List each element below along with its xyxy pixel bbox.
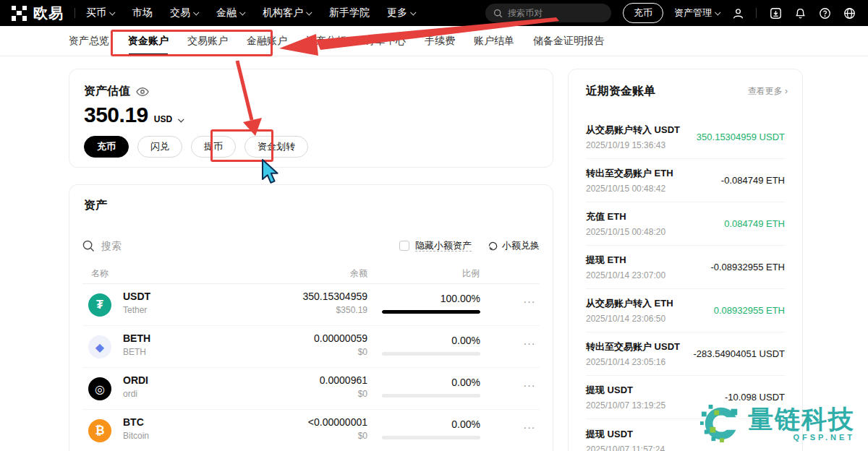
valuation-currency: USD xyxy=(154,114,172,124)
main-menu: 买币 市场 交易 金融 机构客户 新手学院 更多 xyxy=(86,7,416,20)
bill-item: 转出至交易账户 USDT2025/10/14 23:05:16 -283.549… xyxy=(586,332,785,376)
view-more-link[interactable]: 查看更多 › xyxy=(748,85,788,98)
valuation-title: 资产估值 xyxy=(84,84,130,99)
pair-search-input[interactable] xyxy=(485,4,611,22)
download-app-icon[interactable] xyxy=(769,7,783,20)
hide-small-assets-label[interactable]: 隐藏小额资产 xyxy=(415,239,472,252)
tab-fees[interactable]: 手续费 xyxy=(425,26,455,56)
ratio-bar xyxy=(382,394,480,398)
help-icon[interactable] xyxy=(818,7,832,20)
asset-search-field[interactable] xyxy=(101,240,231,252)
tab-funding-account[interactable]: 资金账户 xyxy=(128,26,169,56)
small-assets-convert-button[interactable]: 小额兑换 xyxy=(488,239,540,252)
language-globe-icon[interactable] xyxy=(843,7,856,20)
assets-title: 资产 xyxy=(84,198,107,213)
menu-academy[interactable]: 新手学院 xyxy=(329,7,370,20)
menu-markets[interactable]: 市场 xyxy=(132,7,153,20)
recent-bills-card: 近期资金账单 查看更多 › 从交易账户转入 USDT2025/10/19 15:… xyxy=(568,69,803,451)
menu-buy-crypto[interactable]: 买币 xyxy=(86,7,115,20)
tab-asset-analysis[interactable]: 资产分析 xyxy=(306,26,346,56)
total-valuation: 350.19 xyxy=(84,103,148,127)
bill-item: 提现 USDT2025/10/07 11:57:24 xyxy=(586,419,785,451)
bill-item: 提现 USDT2025/10/07 13:19:25 -10.098 USDT xyxy=(586,376,785,419)
tab-order-center[interactable]: 订单中心 xyxy=(365,26,406,56)
menu-trade[interactable]: 交易 xyxy=(170,7,199,20)
tab-account-statement[interactable]: 账户结单 xyxy=(474,26,514,56)
bill-item: 转出至交易账户 ETH2025/10/15 00:48:42 -0.084749… xyxy=(586,159,785,202)
row-more-menu[interactable]: ··· xyxy=(516,379,542,391)
assets-card: 资产 隐藏小额资产 小额兑换 名称 余额 比例 ₮ USDTTe xyxy=(69,184,553,451)
chevron-down-icon xyxy=(239,9,245,15)
tab-proof-of-reserves[interactable]: 储备金证明报告 xyxy=(533,26,604,56)
notifications-bell-icon[interactable] xyxy=(793,7,807,20)
chevron-down-icon xyxy=(109,9,115,15)
nav-deposit-button[interactable]: 充币 xyxy=(623,3,663,23)
funds-transfer-button[interactable]: 资金划转 xyxy=(244,136,308,158)
ratio-bar xyxy=(382,352,480,356)
assets-table-header: 名称 余额 比例 xyxy=(82,267,540,283)
assets-tabbar: 资产总览 资金账户 交易账户 金融账户 资产分析 订单中心 手续费 账户结单 储… xyxy=(0,26,868,56)
ratio-bar xyxy=(382,436,480,439)
okx-funding-account-page: 欧易 买币 市场 交易 金融 机构客户 新手学院 更多 充币 资产管理 xyxy=(0,0,868,451)
row-more-menu[interactable]: ··· xyxy=(516,338,542,349)
search-icon xyxy=(82,240,95,252)
nav-divider xyxy=(75,8,75,18)
withdraw-button[interactable]: 提币 xyxy=(191,136,236,158)
menu-finance[interactable]: 金融 xyxy=(216,7,245,20)
valuation-card: 资产估值 350.19 USD 充币 闪兑 提币 资金划转 xyxy=(69,69,553,168)
profile-icon[interactable] xyxy=(731,7,745,20)
bill-item: 从交易账户转入 ETH2025/10/14 23:06:50 0.0893295… xyxy=(586,289,785,332)
bills-title: 近期资金账单 xyxy=(586,84,655,99)
bill-item: 充值 ETH2025/10/15 00:48:20 0.084749 ETH xyxy=(586,202,785,246)
flash-convert-button[interactable]: 闪兑 xyxy=(137,136,182,158)
search-icon xyxy=(493,9,503,18)
chevron-down-icon xyxy=(410,9,416,15)
asset-row-beth: ◆ BETHBETH 0.00000059$0 0.00% ··· xyxy=(82,326,540,368)
okx-logo-icon xyxy=(12,6,27,21)
asset-management-menu[interactable]: 资产管理 xyxy=(674,7,720,20)
bill-item: 从交易账户转入 USDT2025/10/19 15:36:43 350.1530… xyxy=(586,116,785,159)
chevron-down-icon xyxy=(306,9,312,15)
nav-divider xyxy=(756,8,757,18)
deposit-button[interactable]: 充币 xyxy=(84,136,129,158)
row-more-menu[interactable]: ··· xyxy=(516,421,542,433)
chevron-down-icon xyxy=(715,9,720,15)
brand-name: 欧易 xyxy=(33,4,64,23)
asset-row-usdt: ₮ USDTTether 350.15304959$350.19 100.00%… xyxy=(82,284,540,326)
ratio-bar xyxy=(382,310,480,314)
row-more-menu[interactable]: ··· xyxy=(516,296,542,307)
menu-institutional[interactable]: 机构客户 xyxy=(263,7,312,20)
convert-refresh-icon xyxy=(488,241,498,252)
hide-small-assets-checkbox[interactable] xyxy=(399,241,409,251)
asset-search-input[interactable] xyxy=(82,240,231,252)
okx-logo[interactable]: 欧易 xyxy=(12,4,64,23)
asset-row-ordi: ◎ ORDIordi 0.0000961$0 0.00% ··· xyxy=(82,368,540,410)
currency-dropdown-icon[interactable] xyxy=(178,116,184,122)
bill-item: 提现 ETH2025/10/14 23:07:00 -0.08932955 ET… xyxy=(586,246,785,289)
tab-trading-account[interactable]: 交易账户 xyxy=(187,26,228,56)
eye-icon[interactable] xyxy=(136,87,149,97)
tab-assets-overview[interactable]: 资产总览 xyxy=(69,26,109,56)
asset-row-btc: ₿ BTCBitcoin <0.00000001$0 0.00% ··· xyxy=(82,410,540,451)
chevron-down-icon xyxy=(193,9,199,15)
tab-earn-account[interactable]: 金融账户 xyxy=(247,26,287,56)
top-navbar: 欧易 买币 市场 交易 金融 机构客户 新手学院 更多 充币 资产管理 xyxy=(0,0,868,26)
pair-search-field[interactable] xyxy=(508,8,595,18)
menu-more[interactable]: 更多 xyxy=(387,7,416,20)
